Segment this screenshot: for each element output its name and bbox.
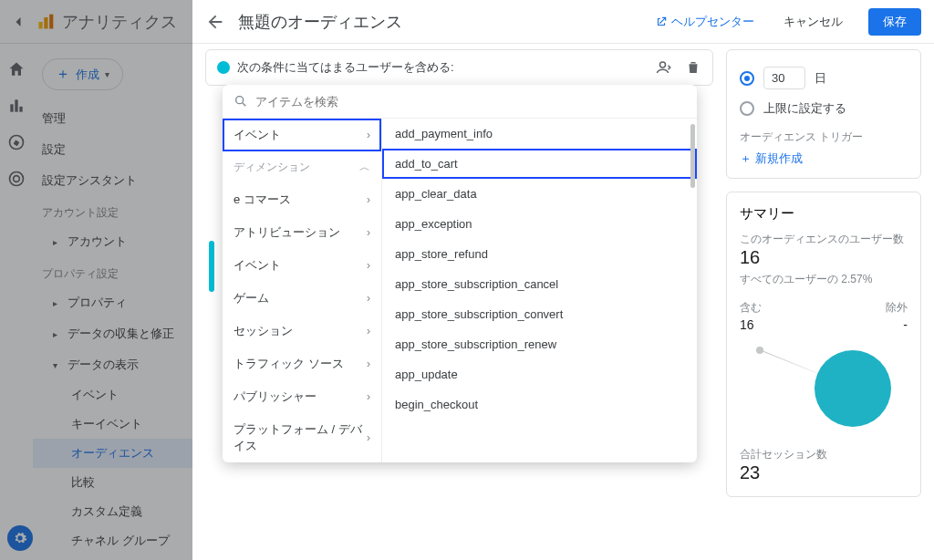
create-label: 作成 (76, 67, 99, 83)
exclude-count: - (903, 317, 908, 332)
chevron-right-icon: › (367, 358, 370, 370)
nav-data-collection[interactable]: ▸データの収集と修正 (33, 318, 192, 349)
nav-admin[interactable]: 管理 (33, 103, 192, 134)
picker-event[interactable]: add_payment_info (382, 119, 697, 149)
item-search-input[interactable] (255, 95, 686, 109)
nav-account[interactable]: ▸アカウント (33, 226, 192, 257)
caret-right-icon: ▸ (53, 329, 62, 339)
summary-card: サマリー このオーディエンスのユーザー数 16 すべてのユーザーの 2.57% … (726, 192, 921, 497)
duration-days-option[interactable]: 30 日 (740, 61, 908, 95)
chevron-right-icon: › (367, 390, 370, 403)
picker-category[interactable]: アトリビューション› (223, 216, 381, 249)
nav-data-display-child[interactable]: キーイベント (33, 410, 192, 439)
nav-data-display-child[interactable]: チャネル グループ (33, 526, 192, 555)
svg-point-7 (10, 172, 24, 186)
summary-users-label: このオーディエンスのユーザー数 (740, 232, 908, 247)
analytics-logo-icon (36, 13, 55, 31)
chevron-right-icon: › (367, 193, 370, 206)
svg-point-8 (14, 176, 20, 182)
membership-settings-card: 30 日 上限に設定する オーディエンス トリガー ＋ 新規作成 (726, 49, 921, 179)
picker-event[interactable]: begin_checkout (382, 389, 697, 420)
event-list-scrollbar[interactable] (690, 124, 695, 188)
picker-event[interactable]: app_exception (382, 209, 697, 239)
nav-section-account: アカウント設定 (33, 196, 192, 226)
modal-back-arrow-icon[interactable] (205, 12, 225, 32)
reports-icon[interactable] (7, 97, 26, 115)
save-button[interactable]: 保存 (868, 8, 921, 36)
svg-rect-4 (15, 99, 17, 111)
open-in-new-icon (655, 16, 668, 28)
duration-days-input[interactable]: 30 (763, 67, 805, 89)
picker-category[interactable]: イベント› (223, 249, 381, 282)
picker-event[interactable]: app_store_subscription_convert (382, 299, 697, 329)
advertising-icon[interactable] (7, 170, 26, 188)
sessions-label: 合計セッション数 (740, 447, 908, 462)
picker-category[interactable]: トラフィック ソース› (223, 347, 381, 380)
picker-category[interactable]: パブリッシャー› (223, 380, 381, 413)
picker-event[interactable]: app_store_subscription_cancel (382, 269, 697, 299)
summary-users-pct: すべてのユーザーの 2.57% (740, 272, 908, 287)
nav-data-display-child[interactable]: カスタム定義 (33, 497, 192, 526)
app-title: アナリティクス (62, 11, 177, 33)
include-condition-card: 次の条件に当てはまるユーザーを含める: (205, 49, 713, 86)
picker-category[interactable]: e コマース› (223, 183, 381, 216)
scope-user-icon[interactable] (656, 59, 672, 76)
cancel-button[interactable]: キャンセル (784, 14, 843, 30)
picker-category[interactable]: プラットフォーム / デバイス› (223, 413, 381, 462)
picker-event[interactable]: app_store_refund (382, 239, 697, 269)
svg-point-9 (660, 62, 666, 67)
sessions-value: 23 (740, 462, 908, 483)
condition-connector-bar (209, 241, 214, 292)
nav-data-display-child[interactable]: イベント (33, 380, 192, 410)
picker-category[interactable]: イベント› (223, 119, 381, 151)
picker-event[interactable]: app_update (382, 359, 697, 389)
summary-donut-chart (740, 345, 908, 430)
search-icon (234, 94, 248, 109)
svg-rect-3 (10, 104, 13, 111)
delete-condition-icon[interactable] (685, 59, 701, 76)
nav-data-display-child[interactable]: オーディエンス (33, 439, 192, 468)
chevron-down-icon: ▾ (105, 69, 109, 79)
svg-rect-0 (39, 22, 43, 29)
plus-icon: ＋ (740, 150, 752, 167)
audience-title[interactable]: 無題のオーディエンス (238, 11, 402, 33)
chevron-right-icon: › (367, 226, 370, 239)
back-arrow-icon[interactable] (7, 11, 29, 33)
help-center-link[interactable]: ヘルプセンター (655, 14, 754, 30)
audience-trigger-label: オーディエンス トリガー (740, 130, 908, 145)
analytics-sidebar: アナリティクス ＋ 作成 ▾ 管理 設定 設定アシスタント アカウント設定 ▸ア… (0, 0, 192, 560)
chevron-right-icon: › (367, 325, 370, 337)
chevron-right-icon: › (367, 129, 370, 141)
radio-checked-icon (740, 71, 754, 86)
nav-data-display-child[interactable]: 比較 (33, 468, 192, 497)
picker-event[interactable]: app_store_subscription_renew (382, 329, 697, 359)
svg-rect-5 (19, 107, 22, 112)
nav-section-property: プロパティ設定 (33, 257, 192, 287)
svg-point-10 (236, 97, 244, 104)
duration-max-option[interactable]: 上限に設定する (740, 95, 908, 122)
picker-category[interactable]: ディメンション︿ (223, 151, 381, 183)
summary-title: サマリー (740, 205, 908, 223)
picker-category[interactable]: セッション› (223, 315, 381, 347)
summary-users-value: 16 (740, 247, 908, 268)
nav-settings[interactable]: 設定 (33, 134, 192, 165)
nav-data-display[interactable]: ▾データの表示 (33, 349, 192, 380)
admin-gear-fab[interactable] (7, 525, 33, 551)
explore-icon[interactable] (7, 133, 26, 151)
picker-category[interactable]: ゲーム› (223, 282, 381, 315)
home-icon[interactable] (7, 60, 26, 78)
nav-property[interactable]: ▸プロパティ (33, 287, 192, 318)
svg-rect-1 (44, 17, 47, 29)
include-count: 16 (740, 317, 754, 332)
caret-down-icon: ▾ (53, 360, 62, 370)
picker-event[interactable]: app_clear_data (382, 179, 697, 209)
picker-event[interactable]: add_to_cart (382, 149, 697, 179)
include-label: 次の条件に当てはまるユーザーを含める: (237, 59, 454, 76)
create-button[interactable]: ＋ 作成 ▾ (42, 58, 123, 90)
chevron-right-icon: › (367, 292, 370, 305)
caret-right-icon: ▸ (53, 237, 62, 247)
nav-setup-assistant[interactable]: 設定アシスタント (33, 165, 192, 196)
caret-right-icon: ▸ (53, 298, 62, 308)
duration-unit: 日 (815, 70, 826, 87)
add-trigger-button[interactable]: ＋ 新規作成 (740, 145, 908, 167)
